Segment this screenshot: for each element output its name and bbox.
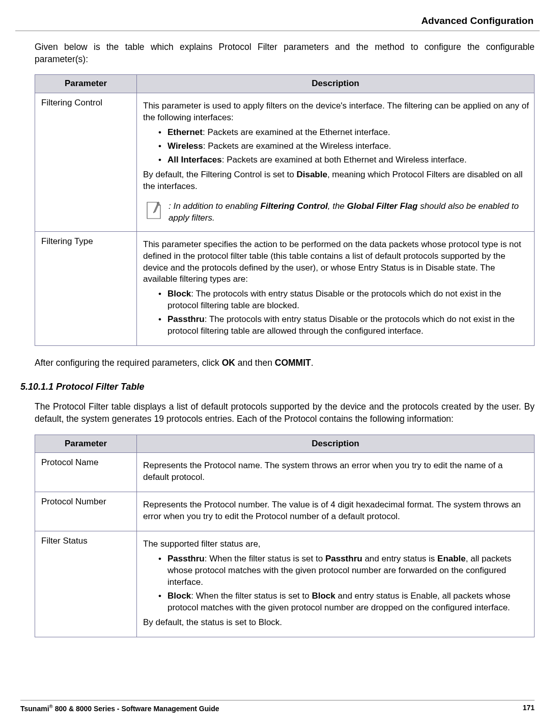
page-number: 171 <box>523 704 535 713</box>
protocol-filter-table-fields: Parameter Description Protocol Name Repr… <box>35 435 535 637</box>
param-cell: Filtering Type <box>35 231 137 346</box>
note-block: : In addition to enabling Filtering Cont… <box>143 200 529 224</box>
intro-paragraph: Given below is the table which explains … <box>35 41 535 65</box>
cell-paragraph: By default, the Filtering Control is set… <box>143 169 529 193</box>
cell-paragraph: This parameter specifies the action to b… <box>143 239 529 286</box>
table-header-row: Parameter Description <box>35 435 535 453</box>
table-row: Filtering Control This parameter is used… <box>35 93 535 231</box>
bullet-list: •Ethernet: Packets are examined at the E… <box>158 127 529 166</box>
mid-paragraph: After configuring the required parameter… <box>35 357 535 369</box>
section-heading: 5.10.1.1 Protocol Filter Table <box>20 382 535 392</box>
list-item: •Ethernet: Packets are examined at the E… <box>158 127 529 139</box>
list-item: •All Interfaces: Packets are examined at… <box>158 154 529 166</box>
col-header-parameter: Parameter <box>35 75 137 93</box>
desc-cell: The supported filter status are, •Passth… <box>137 531 535 637</box>
list-item: •Block: The protocols with entry status … <box>158 288 529 312</box>
cell-paragraph: The supported filter status are, <box>143 538 529 550</box>
param-cell: Protocol Number <box>35 492 137 531</box>
table-row: Filter Status The supported filter statu… <box>35 531 535 637</box>
table-row: Filtering Type This parameter specifies … <box>35 231 535 346</box>
col-header-description: Description <box>137 435 535 453</box>
desc-cell: This parameter specifies the action to b… <box>137 231 535 346</box>
document-page: Advanced Configuration Given below is th… <box>0 0 560 728</box>
bullet-list: •Block: The protocols with entry status … <box>158 288 529 337</box>
cell-paragraph: This parameter is used to apply filters … <box>143 100 529 124</box>
protocol-filter-params-table: Parameter Description Filtering Control … <box>35 74 535 346</box>
list-item: •Block: When the filter status is set to… <box>158 590 529 614</box>
table-header-row: Parameter Description <box>35 75 535 93</box>
bullet-list: •Passthru: When the filter status is set… <box>158 553 529 614</box>
desc-cell: This parameter is used to apply filters … <box>137 93 535 231</box>
param-cell: Filtering Control <box>35 93 137 231</box>
param-cell: Protocol Name <box>35 453 137 492</box>
page-footer: Tsunami® 800 & 8000 Series - Software Ma… <box>20 700 535 713</box>
list-item: •Wireless: Packets are examined at the W… <box>158 141 529 152</box>
col-header-parameter: Parameter <box>35 435 137 453</box>
table-row: Protocol Name Represents the Protocol na… <box>35 453 535 492</box>
footer-left: Tsunami® 800 & 8000 Series - Software Ma… <box>20 704 219 713</box>
list-item: •Passthru: The protocols with entry stat… <box>158 314 529 337</box>
subsection-intro: The Protocol Filter table displays a lis… <box>35 401 535 425</box>
col-header-description: Description <box>137 75 535 93</box>
note-text: : In addition to enabling Filtering Cont… <box>166 200 529 224</box>
cell-paragraph: By default, the status is set to Block. <box>143 617 529 629</box>
list-item: •Passthru: When the filter status is set… <box>158 553 529 588</box>
note-icon <box>143 200 166 224</box>
running-header: Advanced Configuration <box>20 15 534 26</box>
header-rule <box>15 31 540 31</box>
footer-rule <box>20 700 535 700</box>
desc-cell: Represents the Protocol name. The system… <box>137 453 535 492</box>
cell-paragraph: Represents the Protocol name. The system… <box>143 460 529 483</box>
cell-paragraph: Represents the Protocol number. The valu… <box>143 499 529 523</box>
subsection: 5.10.1.1 Protocol Filter Table The Proto… <box>20 382 535 637</box>
desc-cell: Represents the Protocol number. The valu… <box>137 492 535 531</box>
table-row: Protocol Number Represents the Protocol … <box>35 492 535 531</box>
param-cell: Filter Status <box>35 531 137 637</box>
body-content: Given below is the table which explains … <box>20 41 535 369</box>
